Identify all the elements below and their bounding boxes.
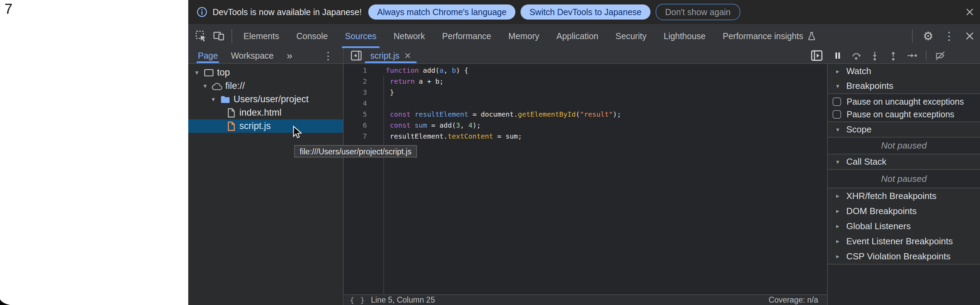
banner-close-button[interactable] [965,7,975,17]
tab-application[interactable]: Application [548,24,607,48]
line-number[interactable]: 7 [344,131,367,142]
expand-triangle-icon[interactable]: ▾ [210,95,217,103]
section-breakpoints[interactable]: ▾ Breakpoints [828,78,980,93]
file-icon [226,108,236,118]
step-out-button[interactable] [888,50,898,61]
step-out-icon [888,50,898,61]
tab-elements[interactable]: Elements [235,24,288,48]
toolbar-divider [926,50,926,61]
expand-triangle-icon[interactable]: ▾ [193,69,200,77]
screen: 7 DevTools is now available in Japanese!… [0,0,980,305]
editor-tab-script-js[interactable]: script.js [364,48,417,63]
section-label: Global Listeners [846,221,911,232]
gear-icon[interactable]: ⚙ [923,29,933,43]
checkbox-label: Pause on caught exceptions [846,109,954,120]
section-call-stack[interactable]: ▾ Call Stack [828,154,980,169]
chevron-double-right-icon[interactable]: » [287,50,293,61]
pause-script-button[interactable] [832,50,843,61]
switch-to-japanese-button[interactable]: Switch DevTools to Japanese [520,5,651,19]
code-line[interactable]: const resultElement = document.getElemen… [386,109,827,120]
line-number[interactable]: 1 [344,65,367,76]
mouse-cursor [291,126,304,140]
close-tab-button[interactable] [404,52,411,59]
code-area[interactable]: 1234567 function add(a, b) { return a + … [344,64,827,294]
tab-workspace[interactable]: Workspace [231,48,274,63]
step-over-button[interactable] [851,50,861,61]
collapsed-triangle-icon: ▸ [834,67,842,75]
tab-label: Performance [442,31,491,41]
sources-sub-toolbar: Page Workspace » ⋮ script.js [188,48,980,64]
code-line[interactable]: function add(a, b) { [386,65,827,76]
deactivate-breakpoints-icon [935,50,946,61]
section-global-listeners[interactable]: ▸ Global Listeners [828,219,980,234]
tab-lighthouse[interactable]: Lighthouse [655,24,714,48]
cursor-position-text: Line 5, Column 25 [371,295,435,305]
devtools-window: DevTools is now available in Japanese! A… [188,0,980,305]
tree-item-file-protocol[interactable]: ▾ file:// [188,79,343,93]
close-devtools-button[interactable] [965,31,975,41]
kebab-menu-icon[interactable]: ⋮ [943,29,955,43]
code-line[interactable]: return a + b; [386,76,827,87]
frame-icon [204,67,214,78]
braces-icon[interactable]: { } [350,296,366,304]
step-button[interactable] [907,50,918,61]
code-line[interactable] [386,98,827,109]
tree-item-top[interactable]: ▾ top [188,66,343,79]
dont-show-again-button[interactable]: Don't show again [655,4,740,20]
code-line[interactable]: const sum = add(3, 4); [386,120,827,131]
line-number[interactable]: 3 [344,87,367,98]
section-event-listener-breakpoints[interactable]: ▸ Event Listener Breakpoints [828,234,980,249]
kebab-menu-icon: ⋮ [323,50,333,62]
line-number[interactable]: 2 [344,76,367,87]
tab-label: Sources [345,31,377,41]
tab-page[interactable]: Page [198,48,218,63]
page-background-text: 7 [5,1,12,17]
folder-icon [220,94,231,105]
section-label: XHR/fetch Breakpoints [846,191,937,201]
tree-item-index-html[interactable]: index.html [188,106,343,120]
section-xhr-breakpoints[interactable]: ▸ XHR/fetch Breakpoints [828,188,980,203]
tree-item-label: Users/user/project [234,94,309,105]
pause-uncaught-checkbox[interactable] [832,97,841,106]
tab-sources[interactable]: Sources [336,24,385,48]
editor-tab-label: script.js [370,51,399,61]
section-label: Event Listener Breakpoints [846,236,953,247]
line-number[interactable]: 6 [344,120,367,131]
code-line[interactable]: resultElement.textContent = sum; [386,131,827,142]
banner-message: DevTools is now available in Japanese! [213,7,362,17]
editor-tab-strip: script.js [344,48,827,63]
deactivate-breakpoints-button[interactable] [935,50,946,61]
tab-performance-insights[interactable]: Performance insights [714,24,825,48]
tab-performance[interactable]: Performance [433,24,500,48]
section-scope[interactable]: ▾ Scope [828,122,980,137]
tree-item-project-folder[interactable]: ▾ Users/user/project [188,93,343,106]
tab-network[interactable]: Network [385,24,434,48]
expand-triangle-icon[interactable]: ▾ [201,82,209,90]
pause-caught-checkbox[interactable] [832,110,841,119]
file-path-tooltip: file:///Users/user/project/script.js [294,145,417,158]
section-watch[interactable]: ▸ Watch [828,64,980,78]
tab-console[interactable]: Console [288,24,336,48]
section-csp-violation-breakpoints[interactable]: ▸ CSP Violation Breakpoints [828,249,980,264]
inspect-icon [195,30,207,42]
code-editor[interactable]: 1234567 function add(a, b) { return a + … [344,64,827,305]
toggle-device-toolbar-button[interactable] [213,30,224,42]
toggle-navigator-button[interactable] [350,50,362,61]
step-into-button[interactable] [870,50,880,61]
tab-memory[interactable]: Memory [500,24,547,48]
line-number[interactable]: 4 [344,98,367,109]
line-number[interactable]: 5 [344,109,367,120]
section-label: DOM Breakpoints [846,206,916,217]
expanded-triangle-icon: ▾ [834,126,842,133]
always-match-language-button[interactable]: Always match Chrome's language [368,5,515,19]
toggle-debugger-sidebar-button[interactable] [811,50,823,61]
inspect-element-button[interactable] [195,30,207,42]
tab-security[interactable]: Security [607,24,655,48]
pause-uncaught-row[interactable]: Pause on uncaught exceptions [828,95,980,108]
tree-item-script-js[interactable]: script.js [188,120,343,133]
section-dom-breakpoints[interactable]: ▸ DOM Breakpoints [828,203,980,219]
pause-caught-row[interactable]: Pause on caught exceptions [828,108,980,121]
dock-side-icon [811,50,823,61]
code-line[interactable]: } [386,87,827,98]
navigator-menu-button[interactable]: ⋮ [323,48,333,63]
